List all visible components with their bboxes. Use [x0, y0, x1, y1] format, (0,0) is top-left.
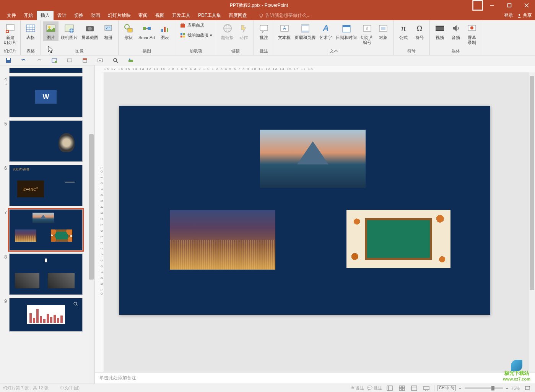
- ime-indicator[interactable]: CH 中 简: [437, 385, 456, 391]
- menu-baidu[interactable]: 百度网盘: [225, 11, 251, 20]
- menu-insert[interactable]: 插入: [37, 11, 54, 20]
- svg-rect-34: [181, 36, 182, 37]
- qat-btn-8[interactable]: [112, 57, 119, 64]
- thumbnail-slide-9[interactable]: [9, 298, 83, 332]
- audio-button[interactable]: 音频: [448, 21, 463, 41]
- watermark: 极光下载站 www.xz7.com: [503, 360, 530, 381]
- svg-rect-30: [167, 28, 168, 32]
- qat-btn-4[interactable]: [50, 57, 58, 64]
- hyperlink-button[interactable]: 超链接: [220, 21, 235, 41]
- zoom-level[interactable]: 75%: [511, 386, 520, 390]
- slide-canvas[interactable]: [119, 106, 490, 315]
- svg-rect-63: [67, 59, 72, 62]
- menu-review[interactable]: 审阅: [135, 11, 151, 20]
- thumbnail-slide-8[interactable]: [9, 254, 83, 295]
- menu-design[interactable]: 设计: [54, 11, 70, 20]
- menu-animations[interactable]: 动画: [87, 11, 104, 20]
- svg-rect-25: [128, 28, 132, 32]
- action-button[interactable]: 动作: [236, 21, 251, 41]
- image-city[interactable]: [170, 210, 275, 270]
- thumbnails-scrollbar[interactable]: [88, 65, 94, 384]
- login-link[interactable]: 登录: [504, 12, 513, 19]
- menu-home[interactable]: 开始: [20, 11, 37, 20]
- language-indicator[interactable]: 中文(中国): [60, 385, 80, 391]
- album-icon: [102, 22, 114, 34]
- comments-toggle[interactable]: 💬 批注: [367, 385, 382, 391]
- notes-toggle[interactable]: ≜ 备注: [351, 385, 364, 391]
- tell-me-search[interactable]: 告诉我您想要做什么...: [259, 12, 311, 19]
- close-button[interactable]: [518, 0, 535, 11]
- editor-scrollbar[interactable]: [529, 72, 535, 372]
- new-slide-button[interactable]: 新建 幻灯片: [2, 21, 18, 46]
- svg-text:A: A: [322, 23, 329, 33]
- qat-btn-9[interactable]: [127, 57, 135, 64]
- ribbon-display-options[interactable]: [472, 0, 483, 11]
- menu-pdf[interactable]: PDF工具集: [194, 11, 225, 20]
- symbol-button[interactable]: Ω 符号: [412, 21, 427, 41]
- menu-view[interactable]: 视图: [151, 11, 168, 20]
- sorter-view-button[interactable]: [397, 385, 407, 392]
- zoom-slider[interactable]: [465, 387, 503, 389]
- undo-button[interactable]: [20, 57, 28, 64]
- canvas-area[interactable]: [104, 72, 535, 372]
- fit-window-button[interactable]: [523, 385, 532, 392]
- svg-rect-27: [148, 27, 151, 30]
- slide-number-button[interactable]: # 幻灯片 编号: [359, 21, 375, 46]
- header-footer-button[interactable]: 页眉和页脚: [293, 21, 317, 41]
- svg-rect-33: [183, 33, 185, 35]
- svg-line-72: [76, 305, 78, 306]
- share-button[interactable]: 共享: [517, 12, 532, 19]
- video-button[interactable]: 视频: [432, 21, 447, 41]
- qat-btn-7[interactable]: [96, 57, 104, 64]
- menu-transitions[interactable]: 切换: [70, 11, 87, 20]
- hyperlink-icon: [221, 22, 234, 34]
- zoom-out-button[interactable]: −: [459, 386, 461, 390]
- shapes-button[interactable]: 形状: [121, 21, 136, 41]
- menu-developer[interactable]: 开发工具: [168, 11, 194, 20]
- comment-button[interactable]: 批注: [256, 21, 272, 41]
- object-button[interactable]: 对象: [376, 21, 391, 41]
- svg-text:π: π: [401, 24, 407, 33]
- normal-view-button[interactable]: [385, 385, 394, 392]
- reading-view-button[interactable]: [410, 385, 419, 392]
- qat-btn-6[interactable]: [81, 57, 89, 64]
- svg-rect-29: [164, 27, 166, 32]
- menu-file[interactable]: 文件: [3, 11, 20, 20]
- datetime-button[interactable]: 日期和时间: [334, 21, 358, 41]
- redo-button[interactable]: [35, 57, 43, 64]
- svg-rect-47: [343, 25, 350, 27]
- store-button[interactable]: 应用商店: [177, 21, 215, 29]
- wordart-button[interactable]: A 艺术字: [318, 21, 333, 41]
- wordart-icon: A: [320, 22, 332, 34]
- slideshow-view-button[interactable]: [422, 385, 431, 392]
- image-chalkboard[interactable]: [346, 210, 450, 268]
- thumbnail-slide-5[interactable]: [9, 120, 83, 162]
- online-picture-button[interactable]: 联机图片: [59, 21, 79, 41]
- addins-icon: [180, 32, 186, 38]
- image-mountain[interactable]: [260, 130, 366, 188]
- album-button[interactable]: 相册: [101, 21, 116, 41]
- picture-button[interactable]: 图片: [43, 21, 59, 41]
- smartart-button[interactable]: SmartArt: [137, 21, 156, 41]
- my-addins-button[interactable]: 我的加载项 ▾: [177, 31, 215, 39]
- equation-button[interactable]: π 公式: [396, 21, 411, 41]
- save-button[interactable]: [5, 57, 12, 64]
- zoom-in-button[interactable]: +: [506, 386, 508, 390]
- svg-rect-51: [381, 27, 385, 30]
- slide-thumbnails-panel[interactable]: 4* 5 6 此处填写标题 ε=mc² ▬▬▬▬▬ 7: [0, 65, 95, 384]
- thumbnail-slide-6[interactable]: 此处填写标题 ε=mc² ▬▬▬▬▬: [9, 165, 83, 206]
- menu-slideshow[interactable]: 幻灯片放映: [104, 11, 135, 20]
- textbox-button[interactable]: A 文本框: [276, 21, 292, 41]
- maximize-button[interactable]: [501, 0, 518, 11]
- qat-btn-5[interactable]: [66, 57, 73, 64]
- minimize-button[interactable]: [483, 0, 501, 11]
- thumbnail-slide-7[interactable]: [9, 209, 83, 250]
- thumbnail-slide-partial[interactable]: [9, 68, 83, 73]
- chart-button[interactable]: 图表: [157, 21, 172, 41]
- notes-pane[interactable]: 单击此处添加备注: [95, 372, 535, 384]
- screen-recording-button[interactable]: 屏幕 录制: [464, 21, 480, 46]
- svg-rect-56: [436, 30, 444, 31]
- screenshot-button[interactable]: 屏幕截图: [80, 21, 100, 41]
- table-button[interactable]: 表格: [23, 21, 38, 41]
- thumbnail-slide-4[interactable]: [9, 76, 83, 117]
